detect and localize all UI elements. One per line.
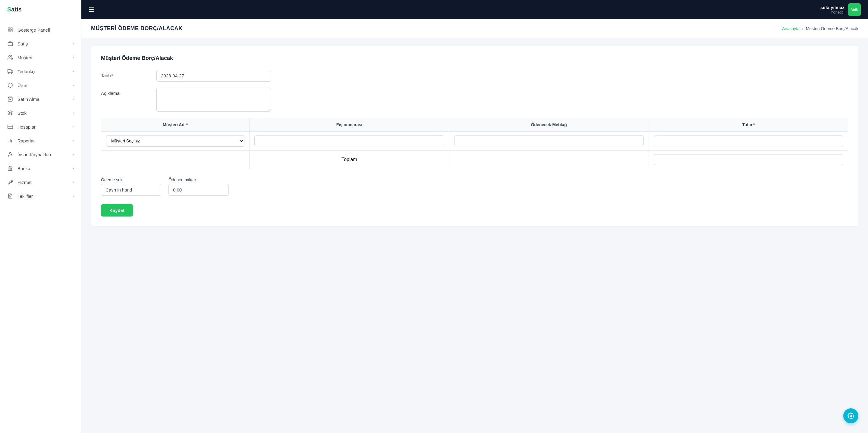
user-info: sefa yılmaz Yönetici — [820, 5, 844, 14]
col-tutar: Tutar* — [649, 118, 848, 132]
sidebar-item-satin-alma[interactable]: Satın Alma › — [0, 92, 81, 106]
chevron-right-icon: › — [73, 97, 74, 101]
svg-point-5 — [9, 56, 10, 57]
chevron-right-icon: › — [73, 56, 74, 60]
aciklama-label: Açıklama — [101, 88, 149, 96]
sidebar-item-musteri[interactable]: Müşteri › — [0, 51, 81, 64]
sidebar-item-satis[interactable]: Satış › — [0, 37, 81, 51]
sidebar-item-teklifler[interactable]: Teklifler › — [0, 189, 81, 203]
tarih-input[interactable] — [156, 70, 271, 81]
sidebar-item-label: Müşteri — [18, 55, 32, 60]
content-area: MÜŞTERİ ÖDEME BORÇ/ALACAK Anasayfa › Müş… — [82, 19, 868, 433]
user-role: Yönetici — [820, 10, 844, 14]
sidebar-item-label: Satış — [18, 41, 28, 46]
bar-chart-icon — [7, 138, 13, 144]
sidebar-item-gosterge-paneli[interactable]: Gösterge Paneli — [0, 23, 81, 37]
svg-rect-0 — [8, 28, 10, 29]
svg-rect-11 — [8, 125, 13, 129]
svg-point-25 — [850, 415, 852, 417]
sidebar-item-tedarikci[interactable]: Tedarikçi › — [0, 64, 81, 78]
table-section: Müşteri Adı* Fiş numarası Ödenecek Mebla… — [101, 118, 848, 169]
grid-icon — [7, 27, 13, 33]
chevron-right-icon: › — [73, 180, 74, 184]
page-title: MÜŞTERİ ÖDEME BORÇ/ALACAK — [91, 25, 183, 32]
shopping-bag-icon — [7, 96, 13, 102]
tarih-label: Tarih* — [101, 70, 149, 78]
odeme-sekli-field: Ödeme şekli — [101, 177, 161, 196]
tutar-cell — [649, 132, 848, 151]
truck-icon — [7, 68, 13, 74]
odenen-miktar-field: Ödenen miktar — [168, 177, 229, 196]
avatar: VoiS — [848, 3, 861, 16]
odenen-miktar-input[interactable] — [168, 184, 229, 196]
odenecek-meblagi-input[interactable] — [454, 135, 644, 146]
chevron-right-icon: › — [73, 41, 74, 46]
settings-fab[interactable] — [843, 408, 858, 423]
main-area: ☰ sefa yılmaz Yönetici VoiS MÜŞTERİ ÖDEM… — [82, 0, 868, 433]
svg-marker-22 — [8, 166, 12, 167]
sidebar-item-label: Banka — [18, 166, 30, 171]
tutar-input[interactable] — [654, 135, 843, 146]
sidebar-item-label: Hesaplar — [18, 124, 36, 130]
menu-icon[interactable]: ☰ — [89, 6, 95, 13]
svg-point-16 — [9, 153, 11, 154]
breadcrumb-current: Müşteri Ödeme Borç/Alacak — [806, 26, 858, 31]
chevron-right-icon: › — [73, 153, 74, 157]
sidebar-item-label: Ürün — [18, 83, 27, 88]
svg-point-7 — [8, 72, 9, 73]
sidebar-item-label: Stok — [18, 110, 27, 115]
sidebar-item-banka[interactable]: Banka › — [0, 161, 81, 175]
svg-rect-6 — [8, 69, 11, 72]
svg-rect-3 — [11, 30, 12, 32]
breadcrumb-home[interactable]: Anasayfa — [782, 26, 800, 31]
odeme-sekli-input[interactable] — [101, 184, 161, 196]
sidebar-item-raporlar[interactable]: Raporlar › — [0, 134, 81, 147]
sidebar-item-label: Raporlar — [18, 138, 35, 143]
chevron-right-icon: › — [73, 125, 74, 129]
chevron-right-icon: › — [73, 69, 74, 73]
box-icon — [7, 82, 13, 88]
form-card-title: Müşteri Ödeme Borç/Alacak — [101, 55, 848, 61]
topbar: ☰ sefa yılmaz Yönetici VoiS — [82, 0, 868, 19]
svg-rect-4 — [8, 42, 13, 46]
data-table: Müşteri Adı* Fiş numarası Ödenecek Mebla… — [101, 118, 848, 169]
table-row-total: Toplam — [101, 151, 848, 169]
sidebar-item-label: Satın Alma — [18, 97, 39, 102]
chevron-right-icon: › — [73, 111, 74, 115]
sidebar-item-stok[interactable]: Stok › — [0, 106, 81, 120]
odenecek-meblagi-cell — [449, 132, 649, 151]
sidebar-item-label: Teklifler — [18, 194, 33, 199]
sidebar-item-urun[interactable]: Ürün › — [0, 78, 81, 92]
toplam-label-cell: Toplam — [250, 151, 449, 169]
page-header: MÜŞTERİ ÖDEME BORÇ/ALACAK Anasayfa › Müş… — [82, 19, 868, 38]
payment-row: Ödeme şekli Ödenen miktar — [101, 177, 848, 196]
credit-card-icon — [7, 124, 13, 130]
sidebar-nav: Gösterge Paneli Satış › Müşteri › — [0, 19, 81, 206]
sidebar-item-hesaplar[interactable]: Hesaplar › — [0, 120, 81, 134]
gear-icon — [847, 412, 854, 419]
briefcase-icon — [7, 41, 13, 47]
sidebar-logo: Satis — [0, 0, 81, 19]
toplam-input[interactable] — [654, 154, 843, 165]
col-odenecek-meblagi: Ödenecek Meblağ — [449, 118, 649, 132]
sidebar-item-label: Tedarikçi — [18, 69, 35, 74]
aciklama-row: Açıklama — [101, 88, 848, 112]
musteri-adi-cell: Müşteri Seçiniz — [101, 132, 250, 151]
sidebar-item-insan-kaynaklari[interactable]: İnsan Kaynakları › — [0, 147, 81, 161]
sidebar-item-label: İnsan Kaynakları — [18, 152, 51, 157]
musteri-select[interactable]: Müşteri Seçiniz — [106, 135, 244, 147]
aciklama-textarea[interactable] — [156, 88, 271, 112]
empty-cell-2 — [449, 151, 649, 169]
fis-numarasi-input[interactable] — [254, 135, 444, 146]
empty-cell-1 — [101, 151, 250, 169]
odenen-miktar-label: Ödenen miktar — [168, 177, 229, 182]
sidebar-item-hizmet[interactable]: Hizmet › — [0, 175, 81, 189]
layers-icon — [7, 110, 13, 116]
chevron-right-icon: › — [73, 83, 74, 87]
table-row-1: Müşteri Seçiniz — [101, 132, 848, 151]
file-text-icon — [7, 193, 13, 199]
save-button[interactable]: Kaydet — [101, 204, 133, 216]
chevron-right-icon: › — [73, 166, 74, 170]
breadcrumb-separator: › — [802, 26, 804, 31]
username: sefa yılmaz — [820, 5, 844, 10]
